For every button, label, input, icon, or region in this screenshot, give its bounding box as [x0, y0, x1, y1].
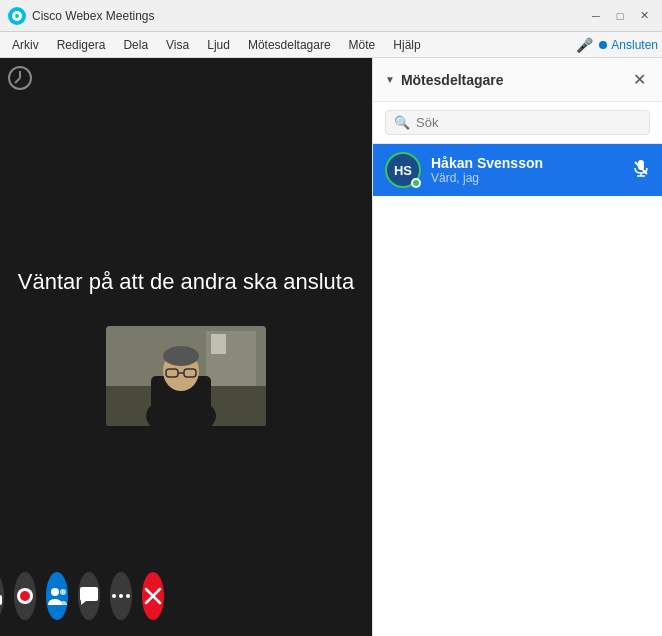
menu-redigera[interactable]: Redigera: [49, 36, 114, 54]
panel-title-row: ▼ Mötesdeltagare: [385, 72, 504, 88]
participant-item[interactable]: HS Håkan Svensson Värd, jag: [373, 144, 662, 196]
panel-header: ▼ Mötesdeltagare ✕: [373, 58, 662, 102]
video-panel: Väntar på att de andra ska ansluta: [0, 58, 372, 636]
share-button[interactable]: [0, 572, 4, 620]
panel-chevron-icon: ▼: [385, 74, 395, 85]
end-call-button[interactable]: [142, 572, 164, 620]
svg-point-2: [15, 14, 19, 18]
svg-point-10: [163, 346, 199, 366]
search-icon: 🔍: [394, 115, 410, 130]
search-box: 🔍: [385, 110, 650, 135]
participant-role: Värd, jag: [431, 171, 622, 185]
chat-button[interactable]: [78, 572, 100, 620]
record-button[interactable]: [14, 572, 36, 620]
participant-mute-icon: [632, 159, 650, 181]
video-content-svg: [106, 326, 266, 426]
waiting-message: Väntar på att de andra ska ansluta: [18, 268, 354, 297]
window-controls: ─ □ ✕: [586, 6, 654, 26]
menu-ljud[interactable]: Ljud: [199, 36, 238, 54]
svg-point-25: [119, 594, 123, 598]
video-placeholder: [106, 326, 266, 426]
menu-bar-right: 🎤 Ansluten: [576, 37, 658, 53]
clock-area: [8, 66, 32, 90]
participant-list: HS Håkan Svensson Värd, jag: [373, 144, 662, 636]
meeting-timer-icon: [8, 66, 32, 90]
avatar-container: HS: [385, 152, 421, 188]
panel-title: Mötesdeltagare: [401, 72, 504, 88]
search-area: 🔍: [373, 102, 662, 144]
participants-button[interactable]: [46, 572, 68, 620]
record-icon: [14, 585, 36, 607]
svg-rect-19: [0, 595, 2, 605]
app-icon: [8, 7, 26, 25]
participant-info: Håkan Svensson Värd, jag: [431, 155, 622, 185]
more-button[interactable]: [110, 572, 132, 620]
svg-rect-6: [211, 334, 226, 354]
svg-point-26: [126, 594, 130, 598]
restore-button[interactable]: □: [610, 6, 630, 26]
participants-panel: ▼ Mötesdeltagare ✕ 🔍 HS Håkan Svensson V: [372, 58, 662, 636]
main-area: Väntar på att de andra ska ansluta: [0, 58, 662, 636]
connected-status-dot: [599, 41, 607, 49]
svg-point-22: [51, 588, 59, 596]
svg-point-21: [20, 591, 30, 601]
more-icon: [110, 585, 132, 607]
menu-visa[interactable]: Visa: [158, 36, 197, 54]
menu-mic-icon: 🎤: [576, 37, 593, 53]
bottom-toolbar: [0, 572, 82, 620]
menu-motesdeltagare[interactable]: Mötesdeltagare: [240, 36, 339, 54]
search-input[interactable]: [416, 115, 641, 130]
close-button[interactable]: ✕: [634, 6, 654, 26]
menu-arkiv[interactable]: Arkiv: [4, 36, 47, 54]
svg-point-24: [112, 594, 116, 598]
svg-point-23: [60, 589, 66, 595]
menu-dela[interactable]: Dela: [115, 36, 156, 54]
close-panel-button[interactable]: ✕: [629, 68, 650, 91]
participants-icon: [46, 585, 68, 607]
online-status-dot: [411, 178, 421, 188]
connected-badge: Ansluten: [599, 38, 658, 52]
clock-minute-hand: [14, 77, 20, 83]
title-bar-left: Cisco Webex Meetings: [8, 7, 155, 25]
mute-status-icon: [632, 159, 650, 177]
window-title: Cisco Webex Meetings: [32, 9, 155, 23]
connected-label: Ansluten: [611, 38, 658, 52]
menu-mote[interactable]: Möte: [341, 36, 384, 54]
self-video-thumbnail: [106, 326, 266, 426]
share-icon: [0, 585, 4, 607]
chat-icon: [78, 585, 100, 607]
end-call-icon: [142, 585, 164, 607]
minimize-button[interactable]: ─: [586, 6, 606, 26]
menu-bar: Arkiv Redigera Dela Visa Ljud Mötesdelta…: [0, 32, 662, 58]
title-bar: Cisco Webex Meetings ─ □ ✕: [0, 0, 662, 32]
participant-name: Håkan Svensson: [431, 155, 622, 171]
menu-hjalp[interactable]: Hjälp: [385, 36, 428, 54]
